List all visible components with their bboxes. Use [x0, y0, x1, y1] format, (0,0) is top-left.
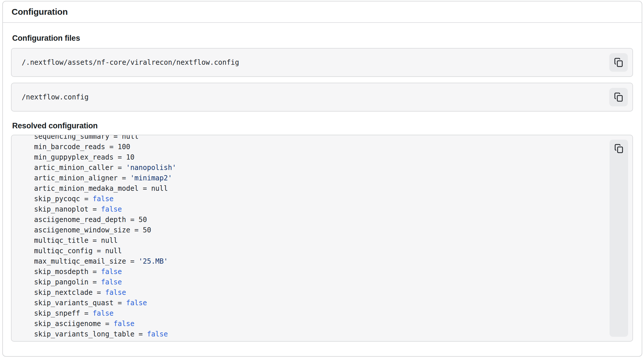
config-file-box: /nextflow.config — [11, 83, 633, 112]
resolved-config-box[interactable]: sequencing_summary = null min_barcode_re… — [11, 135, 633, 342]
config-line: asciigenome_read_depth = 50 — [17, 214, 632, 225]
configuration-card: Configuration Configuration files /.next… — [2, 1, 642, 357]
config-line: skip_nextclade = false — [17, 287, 632, 298]
page-title: Configuration — [12, 7, 68, 17]
config-line: skip_pangolin = false — [17, 277, 632, 287]
config-line: skip_variants_quast = false — [17, 298, 632, 308]
config-line: min_barcode_reads = 100 — [17, 142, 632, 152]
copy-icon — [614, 92, 623, 102]
resolved-config-code: sequencing_summary = null min_barcode_re… — [12, 135, 632, 342]
config-line: max_multiqc_email_size = '25.MB' — [17, 256, 632, 267]
config-file-path: /.nextflow/assets/nf-core/viralrecon/nex… — [22, 58, 239, 66]
config-line: skip_asciigenome = false — [17, 319, 632, 329]
card-body: Configuration files /.nextflow/assets/nf… — [3, 23, 642, 342]
configuration-files-heading: Configuration files — [12, 34, 633, 43]
config-line: skip_nanoplot = false — [17, 204, 632, 214]
resolved-configuration-heading: Resolved configuration — [12, 121, 633, 130]
config-line: skip_pycoqc = false — [17, 194, 632, 204]
config-line: artic_minion_medaka_model = null — [17, 183, 632, 194]
copy-icon — [614, 144, 624, 153]
config-line: skip_snpeff = false — [17, 308, 632, 319]
config-line: artic_minion_aligner = 'minimap2' — [17, 173, 632, 183]
config-line: asciigenome_window_size = 50 — [17, 225, 632, 235]
config-line: skip_mosdepth = false — [17, 267, 632, 277]
copy-button-gutter — [610, 140, 628, 337]
config-line: min_guppyplex_reads = 10 — [17, 152, 632, 162]
config-file-path: /nextflow.config — [22, 93, 89, 101]
copy-icon — [614, 58, 623, 67]
copy-button[interactable] — [609, 88, 628, 106]
copy-button[interactable] — [614, 144, 624, 153]
card-header: Configuration — [3, 1, 642, 23]
config-line: multiqc_title = null — [17, 235, 632, 246]
copy-button[interactable] — [609, 53, 628, 72]
config-line: multiqc_config = null — [17, 246, 632, 256]
config-line: skip_variants_long_table = false — [17, 329, 632, 339]
config-line: artic_minion_caller = 'nanopolish' — [17, 162, 632, 173]
config-line: sequencing_summary = null — [17, 135, 632, 142]
config-line: skip_multiqc = false — [17, 339, 632, 342]
config-file-box: /.nextflow/assets/nf-core/viralrecon/nex… — [11, 48, 633, 77]
